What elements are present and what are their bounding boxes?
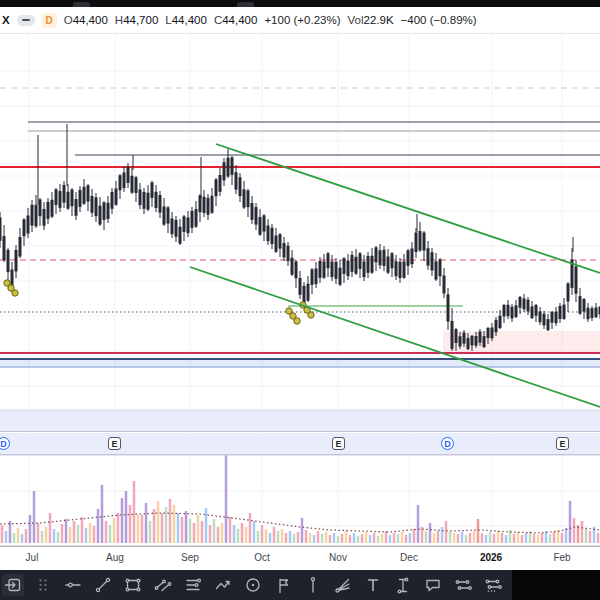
axis-label-Jul: Jul xyxy=(26,552,39,563)
trend-line-tool-icon xyxy=(93,575,113,595)
axis-label-Feb: Feb xyxy=(553,552,570,563)
callout-tool[interactable] xyxy=(422,574,444,596)
bar-replay[interactable] xyxy=(2,574,24,596)
date-range-tool[interactable] xyxy=(452,574,474,596)
rectangle-tool[interactable] xyxy=(122,574,144,596)
rectangle-tool-icon xyxy=(123,575,143,595)
parallel-channel-tool[interactable] xyxy=(152,574,174,596)
horizontal-line-tool-icon xyxy=(63,575,83,595)
dividend-badge[interactable]: D xyxy=(441,437,454,450)
gann-fan-tool-icon xyxy=(333,575,353,595)
horizontal-line-tool[interactable] xyxy=(62,574,84,596)
ellipse-tool-icon xyxy=(243,575,263,595)
price-chart-canvas[interactable] xyxy=(0,0,600,600)
blue-level-band[interactable] xyxy=(0,360,600,367)
horizontal-rays-tool[interactable] xyxy=(182,574,204,596)
timeline-band-2[interactable] xyxy=(0,433,600,454)
flag-marker-tool-icon xyxy=(273,575,293,595)
drawing-toolbar xyxy=(0,570,600,600)
volume-series[interactable] xyxy=(1,455,600,543)
trading-chart-window: X D O44,400 H44,700 L44,400 C44,400 +100… xyxy=(0,0,600,600)
callout-tool-icon xyxy=(423,575,443,595)
axis-label-Oct: Oct xyxy=(254,552,270,563)
text-tool-icon xyxy=(363,575,383,595)
polyline-tool[interactable] xyxy=(212,574,234,596)
axis-label-Aug: Aug xyxy=(106,552,124,563)
earnings-badge[interactable]: E xyxy=(108,437,121,450)
date-price-range-tool-icon xyxy=(483,575,503,595)
vertical-line-tool[interactable] xyxy=(302,574,324,596)
drag-handle[interactable] xyxy=(32,574,54,596)
timeline-band-1[interactable] xyxy=(0,410,600,431)
gann-fan-tool[interactable] xyxy=(332,574,354,596)
vertical-line-tool-icon xyxy=(303,575,323,595)
parallel-channel-tool-icon xyxy=(153,575,173,595)
polyline-tool-icon xyxy=(213,575,233,595)
date-price-range-tool[interactable] xyxy=(482,574,504,596)
axis-label-2026: 2026 xyxy=(480,552,502,563)
bar-replay-icon xyxy=(3,575,23,595)
date-range-tool-icon xyxy=(453,575,473,595)
axis-label-Nov: Nov xyxy=(329,552,347,563)
axis-label-Dec: Dec xyxy=(400,552,418,563)
trend-line-tool[interactable] xyxy=(92,574,114,596)
axis-label-Sep: Sep xyxy=(181,552,199,563)
drag-handle-icon xyxy=(33,575,53,595)
price-range-tool[interactable] xyxy=(392,574,414,596)
horizontal-rays-tool-icon xyxy=(183,575,203,595)
flag-marker-tool[interactable] xyxy=(272,574,294,596)
drawing-tool-strip xyxy=(0,570,512,600)
price-range-tool-icon xyxy=(393,575,413,595)
time-axis[interactable]: JulAugSepOctNovDec2026Feb xyxy=(0,546,600,570)
ellipse-tool[interactable] xyxy=(242,574,264,596)
earnings-badge[interactable]: E xyxy=(332,437,345,450)
earnings-badge[interactable]: E xyxy=(556,437,569,450)
text-tool[interactable] xyxy=(362,574,384,596)
